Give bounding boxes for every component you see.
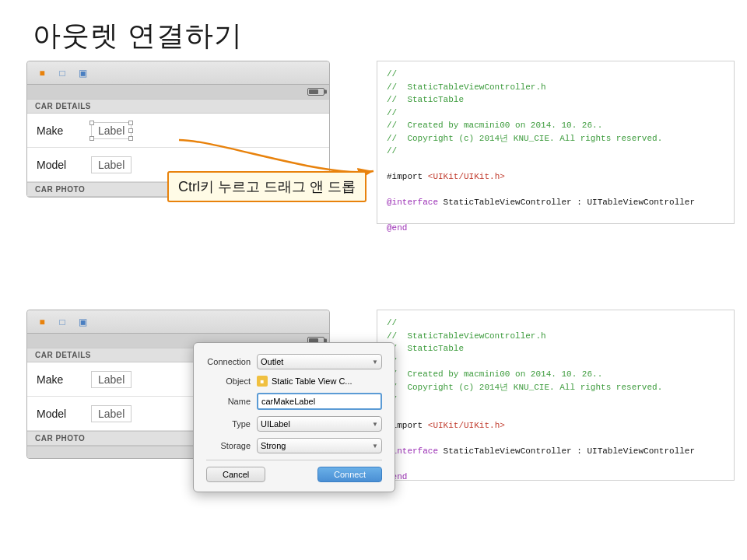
tooltip-box: Ctrl키 누르고 드래그 앤 드롭 — [167, 171, 366, 202]
sim-toolbar-top: ■ □ ▣ — [27, 61, 329, 85]
icon-orange-bottom: ■ — [35, 315, 49, 329]
battery-icon-top — [307, 88, 324, 96]
bottom-code-panel: // // StaticTableViewController.h // Sta… — [377, 310, 735, 481]
name-input[interactable] — [257, 393, 382, 410]
icon-blue-bottom: □ — [55, 315, 69, 329]
make-label-bottom: Make — [37, 373, 75, 386]
object-row: Object ■ Static Table View C... — [206, 376, 382, 387]
sim-statusbar-top — [27, 85, 329, 99]
sim-toolbar-bottom: ■ □ ▣ — [27, 310, 329, 334]
connection-label: Connection — [206, 357, 257, 366]
name-label: Name — [206, 397, 257, 406]
model-label-top: Model — [37, 159, 75, 171]
dialog-divider — [206, 460, 382, 460]
type-select[interactable]: UILabel ▼ — [257, 416, 382, 432]
icon-blue-top: □ — [55, 66, 69, 80]
model-value-bottom: Label — [91, 405, 132, 422]
type-label: Type — [206, 419, 257, 429]
object-label: Object — [206, 376, 257, 386]
outlet-dialog: Connection Outlet ▼ Object ■ Static Tabl… — [193, 342, 395, 492]
storage-select[interactable]: Strong ▼ — [257, 438, 382, 453]
model-label-bottom: Model — [37, 408, 75, 420]
object-value-text: Static Table View C... — [272, 376, 352, 386]
type-row: Type UILabel ▼ — [206, 416, 382, 432]
cancel-button[interactable]: Cancel — [206, 467, 265, 482]
dialog-buttons: Cancel Connect — [206, 467, 382, 482]
model-value-top: Label — [91, 156, 132, 173]
make-label-top: Make — [37, 124, 75, 137]
connection-select[interactable]: Outlet ▼ — [257, 354, 382, 369]
object-icon: ■ — [257, 376, 268, 387]
storage-arrow-icon: ▼ — [372, 443, 378, 450]
connect-button[interactable]: Connect — [317, 467, 382, 482]
top-code-panel: // // StaticTableViewController.h // Sta… — [377, 61, 735, 224]
storage-label: Storage — [206, 441, 257, 450]
make-value-top: Label — [91, 122, 132, 139]
page-title: 아웃렛 연결하기 — [33, 17, 243, 55]
connection-row: Connection Outlet ▼ — [206, 354, 382, 369]
make-value-bottom: Label — [91, 371, 132, 388]
icon-blue2-bottom: ▣ — [75, 315, 89, 329]
section-header-top: CAR DETAILS — [27, 99, 329, 114]
type-arrow-icon: ▼ — [372, 421, 378, 428]
storage-row: Storage Strong ▼ — [206, 438, 382, 453]
icon-orange-top: ■ — [35, 66, 49, 80]
name-row: Name — [206, 393, 382, 410]
icon-blue2-top: ▣ — [75, 66, 89, 80]
connection-arrow-icon: ▼ — [372, 359, 378, 366]
object-value-container: ■ Static Table View C... — [257, 376, 382, 387]
